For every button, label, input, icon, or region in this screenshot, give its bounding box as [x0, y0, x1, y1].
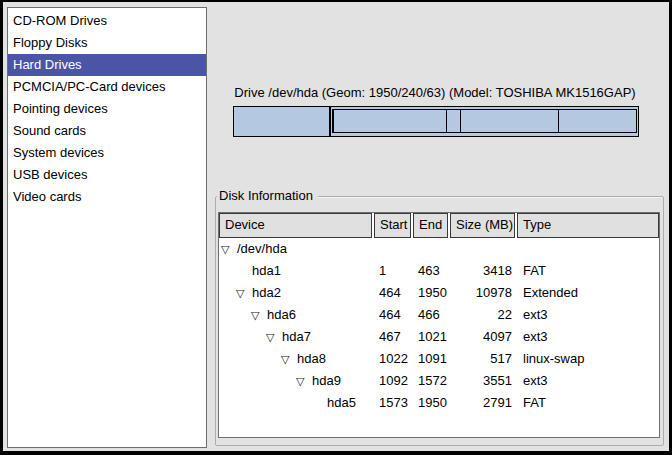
end-cell: 1950: [413, 392, 450, 414]
end-cell: [413, 238, 450, 260]
column-header-type[interactable]: Type: [517, 213, 659, 238]
start-cell: 1022: [374, 348, 413, 370]
start-cell: 1573: [374, 392, 413, 414]
type-cell: FAT: [517, 392, 659, 414]
expander-open-icon[interactable]: ▽: [251, 304, 267, 326]
table-row-hda7[interactable]: ▽hda746710214097ext3: [219, 326, 659, 348]
table-row-hda5[interactable]: hda5157319502791FAT: [219, 392, 659, 414]
end-cell: 1950: [413, 282, 450, 304]
device-label: hda7: [282, 326, 311, 348]
device-label: hda8: [297, 348, 326, 370]
partition-segment-hda9: [461, 110, 559, 132]
device-label: /dev/hda: [237, 238, 287, 260]
expander-open-icon[interactable]: ▽: [296, 370, 312, 392]
device-label: hda2: [252, 282, 281, 304]
start-cell: 1092: [374, 370, 413, 392]
start-cell: 1: [374, 260, 413, 282]
drive-geometry-label: Drive /dev/hda (Geom: 1950/240/63) (Mode…: [230, 85, 640, 100]
partition-segment-hda2: [330, 107, 638, 136]
size-cell: 4097: [450, 326, 517, 348]
device-category-list: CD-ROM DrivesFloppy DisksHard DrivesPCMC…: [7, 7, 207, 448]
table-header-row: DeviceStartEndSize (MB)Type: [219, 213, 659, 238]
type-cell: Extended: [517, 282, 659, 304]
logical-partitions-strip: [332, 109, 637, 133]
expander-open-icon[interactable]: ▽: [221, 238, 237, 260]
hardware-browser-window: CD-ROM DrivesFloppy DisksHard DrivesPCMC…: [0, 0, 672, 455]
end-cell: 1021: [413, 326, 450, 348]
column-header-device[interactable]: Device: [219, 213, 372, 238]
start-cell: 464: [374, 282, 413, 304]
expander-open-icon[interactable]: ▽: [236, 282, 252, 304]
partition-segment-hda7: [334, 110, 447, 132]
type-cell: ext3: [517, 304, 659, 326]
partition-bar: [233, 106, 639, 137]
size-cell: 3551: [450, 370, 517, 392]
table-row-hda9[interactable]: ▽hda9109215723551ext3: [219, 370, 659, 392]
end-cell: 1091: [413, 348, 450, 370]
type-cell: [517, 238, 659, 260]
type-cell: ext3: [517, 370, 659, 392]
sidebar-item-pointing-devices[interactable]: Pointing devices: [8, 98, 206, 120]
size-cell: 10978: [450, 282, 517, 304]
device-cell: ▽hda8: [219, 348, 374, 370]
disk-information-table: DeviceStartEndSize (MB)Type ▽/dev/hdahda…: [218, 212, 660, 438]
column-header-size-mb[interactable]: Size (MB): [450, 213, 515, 238]
device-cell: ▽/dev/hda: [219, 238, 374, 260]
end-cell: 466: [413, 304, 450, 326]
end-cell: 1572: [413, 370, 450, 392]
size-cell: 3418: [450, 260, 517, 282]
type-cell: FAT: [517, 260, 659, 282]
device-label: hda9: [312, 370, 341, 392]
start-cell: 464: [374, 304, 413, 326]
device-cell: hda1: [219, 260, 374, 282]
sidebar-item-sound-cards[interactable]: Sound cards: [8, 120, 206, 142]
table-row-hda2[interactable]: ▽hda2464195010978Extended: [219, 282, 659, 304]
end-cell: 463: [413, 260, 450, 282]
device-cell: ▽hda2: [219, 282, 374, 304]
disk-information-frame-title: Disk Information: [217, 188, 318, 204]
device-label: hda6: [267, 304, 296, 326]
sidebar-item-pcmcia-pc-card-devices[interactable]: PCMCIA/PC-Card devices: [8, 76, 206, 98]
size-cell: 517: [450, 348, 517, 370]
table-row-hda1[interactable]: hda114633418FAT: [219, 260, 659, 282]
sidebar-item-usb-devices[interactable]: USB devices: [8, 164, 206, 186]
sidebar-item-system-devices[interactable]: System devices: [8, 142, 206, 164]
device-cell: ▽hda6: [219, 304, 374, 326]
expander-open-icon[interactable]: ▽: [281, 348, 297, 370]
partition-segment-hda8: [447, 110, 461, 132]
sidebar-item-hard-drives[interactable]: Hard Drives: [8, 54, 206, 76]
size-cell: [450, 238, 517, 260]
table-row-hda6[interactable]: ▽hda646446622ext3: [219, 304, 659, 326]
size-cell: 22: [450, 304, 517, 326]
start-cell: [374, 238, 413, 260]
expander-open-icon[interactable]: ▽: [266, 326, 282, 348]
device-cell: hda5: [219, 392, 374, 414]
partition-segment-hda5: [559, 110, 636, 132]
sidebar-item-floppy-disks[interactable]: Floppy Disks: [8, 32, 206, 54]
device-cell: ▽hda7: [219, 326, 374, 348]
device-cell: ▽hda9: [219, 370, 374, 392]
partition-segment-hda1: [234, 107, 330, 136]
column-header-start[interactable]: Start: [374, 213, 411, 238]
table-row-dev-hda[interactable]: ▽/dev/hda: [219, 238, 659, 260]
sidebar-item-cd-rom-drives[interactable]: CD-ROM Drives: [8, 10, 206, 32]
device-label: hda1: [252, 260, 281, 282]
device-label: hda5: [327, 392, 356, 414]
sidebar-item-video-cards[interactable]: Video cards: [8, 186, 206, 208]
type-cell: ext3: [517, 326, 659, 348]
column-header-end[interactable]: End: [413, 213, 448, 238]
start-cell: 467: [374, 326, 413, 348]
size-cell: 2791: [450, 392, 517, 414]
table-row-hda8[interactable]: ▽hda810221091517linux-swap: [219, 348, 659, 370]
type-cell: linux-swap: [517, 348, 659, 370]
table-body: ▽/dev/hdahda114633418FAT▽hda246419501097…: [219, 238, 659, 414]
